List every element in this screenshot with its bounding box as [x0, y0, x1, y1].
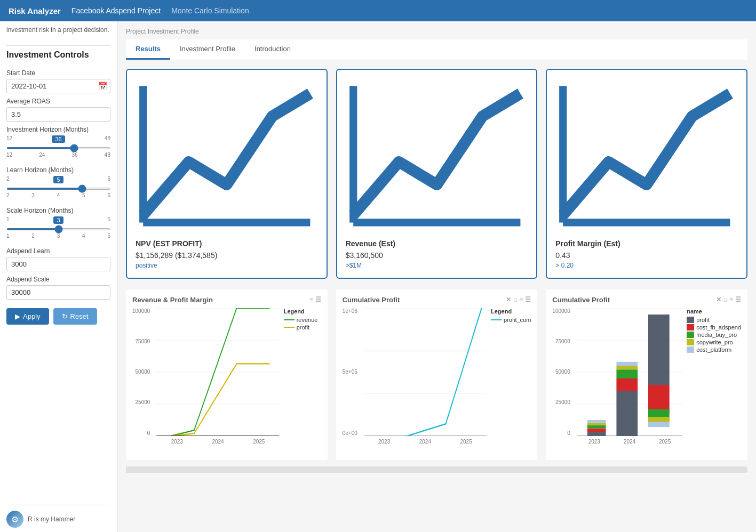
- app-brand: Risk Analyzer: [9, 6, 61, 15]
- scale-horizon-val-badge: 3: [53, 216, 63, 224]
- svg-rect-21: [587, 432, 606, 436]
- adspend-learn-label: Adspend Learn: [6, 247, 110, 255]
- investment-horizon-max: 48: [105, 135, 110, 143]
- chart-2-home-icon[interactable]: ⌂: [513, 296, 517, 303]
- learn-horizon-min: 2: [6, 176, 10, 183]
- tab-introduction[interactable]: Introduction: [245, 39, 300, 60]
- scale-horizon-label: Scale Horizon (Months): [6, 207, 110, 214]
- kpi-npv-icon: [136, 78, 318, 235]
- kpi-card-margin: Profit Margin (Est) 0.43 > 0.20: [546, 69, 747, 279]
- kpi-revenue-note: >$1M: [346, 262, 528, 269]
- learn-horizon-slider-container: 2 5 6 2 3 4 5 6: [6, 176, 110, 198]
- chart-3-home-icon[interactable]: ⌂: [723, 296, 727, 303]
- chart-1-legend: Legend revenue profit: [284, 308, 321, 436]
- chart-1-toolbar[interactable]: ≡ ☰: [309, 296, 321, 303]
- kpi-margin-title: Profit Margin (Est): [555, 239, 738, 248]
- charts-row: Revenue & Profit Margin ≡ ☰ 100000 75000…: [126, 289, 747, 460]
- learn-horizon-label: Learn Horizon (Months): [6, 166, 110, 174]
- chart-revenue-title: Revenue & Profit Margin ≡ ☰: [132, 296, 321, 304]
- adspend-scale-label: Adspend Scale: [6, 276, 110, 283]
- investment-horizon-slider[interactable]: [6, 147, 110, 149]
- tab-results[interactable]: Results: [126, 39, 170, 60]
- action-buttons: ▶ Apply ↻ Reset: [6, 308, 110, 325]
- investment-horizon-min: 12: [6, 135, 12, 143]
- sidebar-footer: ⚙ R is my Hammer: [6, 504, 110, 528]
- svg-rect-26: [616, 391, 638, 436]
- scale-horizon-slider[interactable]: [6, 228, 110, 230]
- kpi-revenue-value: $3,160,500: [346, 251, 528, 260]
- chart-revenue-profit: Revenue & Profit Margin ≡ ☰ 100000 75000…: [126, 289, 328, 460]
- scale-horizon-slider-container: 1 3 5 1 2 3 4 5: [6, 216, 110, 239]
- project-name: Facebook Adspend Project: [71, 6, 161, 15]
- chart-3-toolbar[interactable]: ✕ ⌂ ≡ ☰: [716, 296, 741, 303]
- chart-3-legend: name profit cost_fb_adspend media_buy_pr…: [687, 308, 741, 436]
- chart-2-x-icon[interactable]: ✕: [506, 296, 511, 303]
- scale-horizon-min: 1: [6, 216, 10, 224]
- adspend-scale-input[interactable]: [6, 285, 110, 300]
- reset-icon: ↻: [62, 312, 68, 320]
- svg-rect-30: [616, 362, 638, 366]
- svg-rect-29: [616, 366, 638, 369]
- adspend-learn-input[interactable]: [6, 257, 110, 271]
- play-icon: ▶: [15, 312, 20, 320]
- svg-rect-22: [587, 428, 606, 432]
- kpi-npv-note: positive: [136, 262, 318, 269]
- start-date-field-wrapper[interactable]: 📅: [6, 79, 110, 93]
- average-roas-label: Average ROAS: [6, 98, 110, 105]
- chart-2-menu-icon[interactable]: ≡: [519, 296, 523, 303]
- main-content: Project Investment Profile Results Inves…: [117, 21, 756, 532]
- apply-label: Apply: [23, 312, 41, 320]
- svg-rect-28: [616, 369, 638, 378]
- sidebar-description: investment risk in a project decision.: [6, 26, 110, 35]
- tab-investment-profile[interactable]: Investment Profile: [170, 39, 245, 60]
- svg-rect-24: [587, 423, 606, 425]
- investment-controls-title: Investment Controls: [6, 50, 110, 60]
- investment-horizon-val-badge: 36: [52, 135, 65, 143]
- svg-rect-35: [648, 422, 670, 427]
- chart-cumulative-profit-line: Cumulative Profit ✕ ⌂ ≡ ☰ 1e+06 5e+05 0e…: [336, 289, 538, 460]
- chart-2-toolbar[interactable]: ✕ ⌂ ≡ ☰: [506, 296, 531, 303]
- project-profile-label: Project Investment Profile: [126, 28, 747, 35]
- start-date-input[interactable]: [6, 79, 110, 93]
- apply-button[interactable]: ▶ Apply: [6, 308, 49, 325]
- chart-2-bar-icon[interactable]: ☰: [525, 296, 531, 303]
- chart-cumulative-profit-bar: Cumulative Profit ✕ ⌂ ≡ ☰ 100000 75000 5…: [546, 289, 747, 460]
- svg-rect-27: [616, 378, 638, 391]
- chart-1-menu-icon[interactable]: ≡: [309, 296, 313, 303]
- chart-cumulative-title: Cumulative Profit ✕ ⌂ ≡ ☰: [343, 296, 531, 304]
- kpi-revenue-icon: [346, 78, 528, 235]
- footer-logo-icon: ⚙: [6, 511, 23, 528]
- chart-2-legend: Legend profit_cum: [491, 308, 531, 436]
- reset-label: Reset: [70, 312, 89, 320]
- learn-horizon-val-badge: 5: [53, 176, 63, 183]
- footer-text: R is my Hammer: [28, 515, 75, 523]
- kpi-margin-value: 0.43: [555, 251, 738, 260]
- kpi-npv-value: $1,156,289 ($1,374,585): [136, 251, 318, 260]
- kpi-card-npv: NPV (EST PROFIT) $1,156,289 ($1,374,585)…: [126, 69, 328, 279]
- tabs-bar: Results Investment Profile Introduction: [126, 39, 747, 60]
- chart-cumulative-bar-title: Cumulative Profit ✕ ⌂ ≡ ☰: [552, 296, 741, 304]
- learn-horizon-max: 6: [107, 176, 110, 183]
- kpi-margin-icon: [555, 78, 738, 235]
- svg-rect-25: [587, 420, 606, 423]
- learn-horizon-slider[interactable]: [6, 188, 110, 190]
- simulation-label: Monte Carlo Simulation: [171, 6, 249, 15]
- investment-horizon-slider-container: 12 36 48 12 24 36 48: [6, 135, 110, 158]
- chart-3-x-icon[interactable]: ✕: [716, 296, 721, 303]
- reset-button[interactable]: ↻ Reset: [53, 308, 97, 325]
- kpi-margin-note: > 0.20: [555, 262, 738, 269]
- kpi-revenue-title: Revenue (Est): [346, 239, 528, 248]
- svg-rect-23: [587, 425, 606, 428]
- kpi-row: NPV (EST PROFIT) $1,156,289 ($1,374,585)…: [126, 69, 747, 279]
- kpi-npv-title: NPV (EST PROFIT): [136, 239, 318, 248]
- chart-3-menu-icon[interactable]: ≡: [729, 296, 733, 303]
- bottom-scrollbar[interactable]: [126, 466, 747, 473]
- scale-horizon-max: 5: [107, 216, 110, 224]
- chart-3-bar-icon[interactable]: ☰: [735, 296, 741, 303]
- average-roas-input[interactable]: [6, 107, 110, 122]
- sidebar: investment risk in a project decision. I…: [0, 21, 117, 532]
- chart-1-bar-icon[interactable]: ☰: [315, 296, 321, 303]
- start-date-label: Start Date: [6, 69, 110, 77]
- kpi-card-revenue: Revenue (Est) $3,160,500 >$1M: [336, 69, 538, 279]
- investment-horizon-label: Investment Horizon (Months): [6, 126, 110, 133]
